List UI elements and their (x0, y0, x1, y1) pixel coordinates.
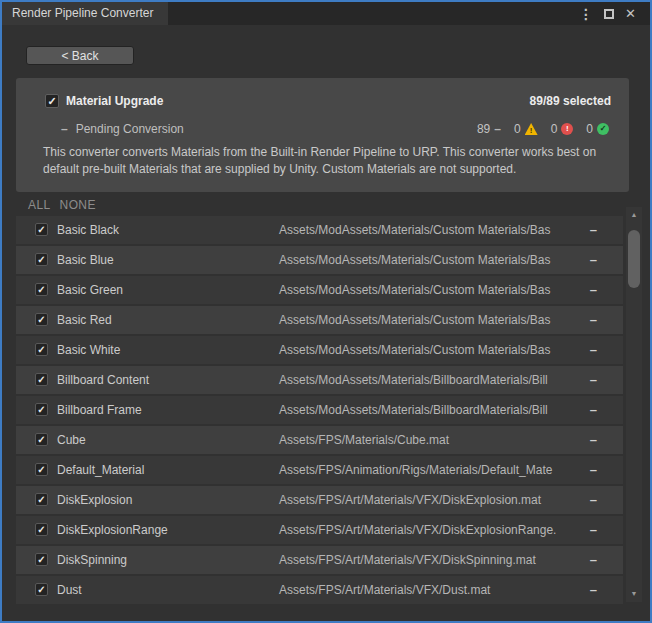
scrollbar-thumb[interactable] (628, 230, 640, 288)
error-count: 0 ! (551, 122, 574, 136)
checkmark-icon: ✓ (37, 405, 45, 415)
select-all-button[interactable]: ALL (28, 198, 51, 212)
table-row[interactable]: ✓ Basic Black Assets/ModAssets/Materials… (16, 216, 623, 244)
checkmark-icon: ✓ (37, 255, 45, 265)
close-icon[interactable]: ✕ (625, 6, 636, 21)
pending-conversion-row[interactable]: – Pending Conversion 89 – 0 ! 0 ! 0 ✓ (16, 120, 629, 138)
kebab-menu-icon[interactable]: ⋮ (579, 7, 593, 21)
table-row[interactable]: ✓ DiskExplosion Assets/FPS/Art/Materials… (16, 486, 623, 514)
material-path: Assets/ModAssets/Materials/Custom Materi… (279, 216, 550, 244)
row-status-dash-icon: – (590, 246, 597, 274)
material-path: Assets/FPS/Art/Materials/VFX/Dust.mat (279, 576, 490, 604)
pending-dash-icon: – (61, 122, 68, 136)
row-checkbox[interactable]: ✓ (35, 463, 48, 476)
material-path: Assets/FPS/Art/Materials/VFX/DiskSpinnin… (279, 546, 536, 574)
material-name: DiskSpinning (57, 546, 127, 574)
material-name: Basic Green (57, 276, 123, 304)
pending-conversion-label: Pending Conversion (76, 122, 184, 136)
scroll-down-icon[interactable]: ▼ (626, 588, 642, 600)
table-row[interactable]: ✓ DiskSpinning Assets/FPS/Art/Materials/… (16, 546, 623, 574)
error-count-value: 0 (551, 122, 558, 136)
maximize-icon[interactable] (604, 5, 614, 23)
table-row[interactable]: ✓ Billboard Content Assets/ModAssets/Mat… (16, 366, 623, 394)
material-name: Basic White (57, 336, 120, 364)
success-icon: ✓ (597, 123, 609, 135)
material-path: Assets/FPS/Animation/Rigs/Materials/Defa… (279, 456, 552, 484)
row-checkbox[interactable]: ✓ (35, 373, 48, 386)
row-checkbox[interactable]: ✓ (35, 403, 48, 416)
row-checkbox[interactable]: ✓ (35, 553, 48, 566)
checkmark-icon: ✓ (47, 96, 56, 107)
row-checkbox[interactable]: ✓ (35, 283, 48, 296)
material-name: Basic Black (57, 216, 119, 244)
material-path: Assets/ModAssets/Materials/Custom Materi… (279, 306, 550, 334)
row-status-dash-icon: – (590, 426, 597, 454)
material-name: Basic Blue (57, 246, 114, 274)
row-checkbox[interactable]: ✓ (35, 223, 48, 236)
converter-title: Material Upgrade (66, 94, 163, 108)
converter-description: This converter converts Materials from t… (43, 144, 613, 178)
table-row[interactable]: ✓ Cube Assets/FPS/Materials/Cube.mat – (16, 426, 623, 454)
row-status-dash-icon: – (590, 276, 597, 304)
row-checkbox[interactable]: ✓ (35, 313, 48, 326)
checkmark-icon: ✓ (37, 495, 45, 505)
row-checkbox[interactable]: ✓ (35, 583, 48, 596)
material-path: Assets/FPS/Art/Materials/VFX/DiskExplosi… (279, 516, 556, 544)
row-status-dash-icon: – (590, 306, 597, 334)
select-none-button[interactable]: NONE (60, 198, 96, 212)
warning-icon: ! (525, 123, 538, 135)
pending-count: 89 – (477, 122, 501, 136)
material-path: Assets/ModAssets/Materials/Custom Materi… (279, 276, 550, 304)
converter-panel: ✓ Material Upgrade 89/89 selected – Pend… (16, 78, 629, 192)
material-name: DiskExplosionRange (57, 516, 168, 544)
checkmark-icon: ✓ (37, 345, 45, 355)
row-checkbox[interactable]: ✓ (35, 433, 48, 446)
row-checkbox[interactable]: ✓ (35, 523, 48, 536)
material-list: ✓ Basic Black Assets/ModAssets/Materials… (16, 216, 623, 606)
table-row[interactable]: ✓ DiskExplosionRange Assets/FPS/Art/Mate… (16, 516, 623, 544)
dash-icon: – (494, 122, 501, 136)
checkmark-icon: ✓ (37, 285, 45, 295)
table-row[interactable]: ✓ Basic Green Assets/ModAssets/Materials… (16, 276, 623, 304)
row-checkbox[interactable]: ✓ (35, 343, 48, 356)
row-status-dash-icon: – (590, 546, 597, 574)
checkmark-icon: ✓ (37, 225, 45, 235)
error-icon: ! (561, 123, 573, 135)
material-name: Billboard Frame (57, 396, 142, 424)
row-status-dash-icon: – (590, 486, 597, 514)
selected-summary: 89/89 selected (530, 94, 611, 108)
table-row[interactable]: ✓ Billboard Frame Assets/ModAssets/Mater… (16, 396, 623, 424)
table-row[interactable]: ✓ Dust Assets/FPS/Art/Materials/VFX/Dust… (16, 576, 623, 604)
row-status-dash-icon: – (590, 366, 597, 394)
checkmark-icon: ✓ (37, 525, 45, 535)
material-path: Assets/ModAssets/Materials/BillboardMate… (279, 366, 548, 394)
scroll-up-icon[interactable]: ▲ (626, 209, 642, 221)
checkmark-icon: ✓ (37, 555, 45, 565)
status-counts: 89 – 0 ! 0 ! 0 ✓ (477, 122, 609, 136)
material-name: Billboard Content (57, 366, 149, 394)
row-status-dash-icon: – (590, 216, 597, 244)
success-count-value: 0 (586, 122, 593, 136)
material-name: Cube (57, 426, 86, 454)
row-status-dash-icon: – (590, 396, 597, 424)
material-path: Assets/ModAssets/Materials/Custom Materi… (279, 246, 550, 274)
row-status-dash-icon: – (590, 516, 597, 544)
window-title: Render Pipeline Converter (12, 6, 153, 20)
checkmark-icon: ✓ (37, 585, 45, 595)
row-status-dash-icon: – (590, 336, 597, 364)
material-path: Assets/FPS/Art/Materials/VFX/DiskExplosi… (279, 486, 541, 514)
back-button[interactable]: < Back (26, 46, 134, 65)
table-row[interactable]: ✓ Basic White Assets/ModAssets/Materials… (16, 336, 623, 364)
table-row[interactable]: ✓ Default_Material Assets/FPS/Animation/… (16, 456, 623, 484)
scrollbar[interactable]: ▲ ▼ (626, 207, 642, 602)
title-bar: Render Pipeline Converter ⋮ ✕ (2, 2, 650, 25)
material-name: Default_Material (57, 456, 144, 484)
material-upgrade-checkbox[interactable]: ✓ (45, 94, 59, 108)
row-checkbox[interactable]: ✓ (35, 493, 48, 506)
converter-header: ✓ Material Upgrade 89/89 selected (16, 92, 629, 110)
row-checkbox[interactable]: ✓ (35, 253, 48, 266)
window-tab[interactable]: Render Pipeline Converter (2, 2, 168, 25)
maximize-square (604, 9, 614, 19)
table-row[interactable]: ✓ Basic Red Assets/ModAssets/Materials/C… (16, 306, 623, 334)
table-row[interactable]: ✓ Basic Blue Assets/ModAssets/Materials/… (16, 246, 623, 274)
